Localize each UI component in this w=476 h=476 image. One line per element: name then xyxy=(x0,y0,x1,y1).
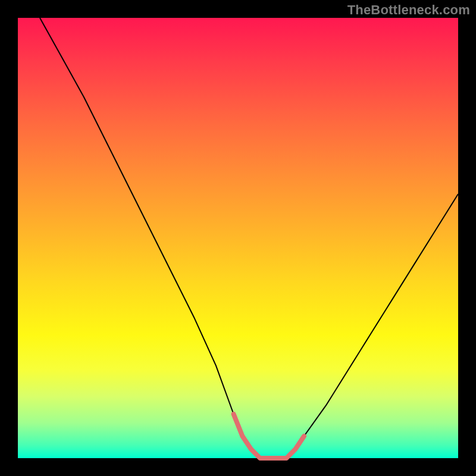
plot-area xyxy=(18,18,458,458)
main-curve xyxy=(40,18,458,458)
valley-highlight xyxy=(234,414,304,458)
watermark-text: TheBottleneck.com xyxy=(347,2,470,18)
chart-stage: TheBottleneck.com xyxy=(0,0,476,476)
curve-layer xyxy=(18,18,458,458)
